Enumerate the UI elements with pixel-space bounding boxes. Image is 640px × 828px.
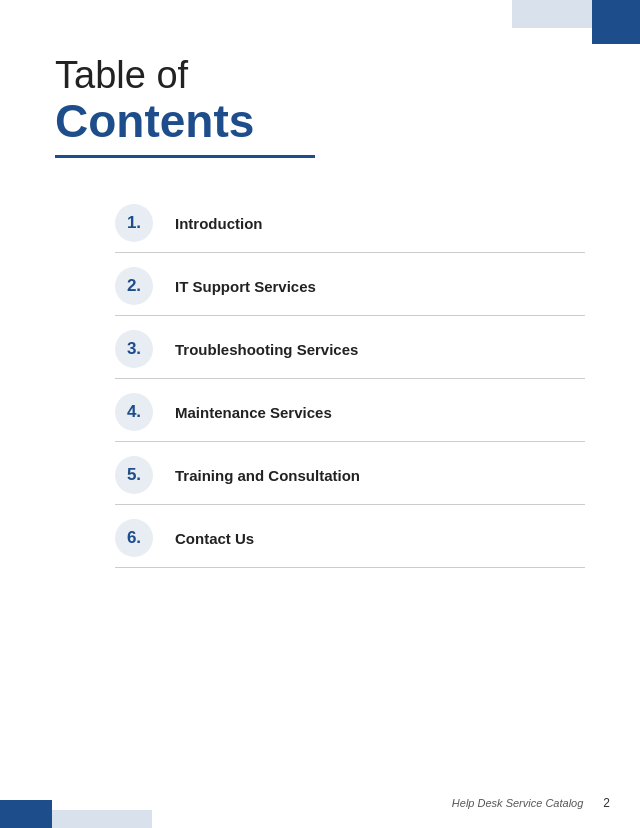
toc-number-circle-3: 3. [115,330,153,368]
toc-item-5: 5. Training and Consultation [115,442,585,505]
toc-list: 1. Introduction 2. IT Support Services 3… [55,190,585,568]
bottom-decoration [0,800,152,828]
top-decoration [512,0,640,44]
toc-number-circle-4: 4. [115,393,153,431]
title-section: Table of Contents [55,55,585,145]
toc-label-3: Troubleshooting Services [175,341,585,358]
toc-item-2: 2. IT Support Services [115,253,585,316]
bottom-block-light [52,810,152,828]
toc-number-3: 3. [127,339,141,359]
toc-number-circle-5: 5. [115,456,153,494]
toc-number-4: 4. [127,402,141,422]
toc-label-5: Training and Consultation [175,467,585,484]
title-divider [55,155,315,158]
toc-item-3: 3. Troubleshooting Services [115,316,585,379]
toc-number-circle-2: 2. [115,267,153,305]
toc-label-6: Contact Us [175,530,585,547]
footer: Help Desk Service Catalog 2 [452,796,610,810]
toc-label-2: IT Support Services [175,278,585,295]
footer-page-number: 2 [603,796,610,810]
toc-number-1: 1. [127,213,141,233]
toc-number-circle-6: 6. [115,519,153,557]
toc-label-1: Introduction [175,215,585,232]
toc-item-1: 1. Introduction [115,190,585,253]
title-line2: Contents [55,97,585,145]
toc-number-2: 2. [127,276,141,296]
toc-item-4: 4. Maintenance Services [115,379,585,442]
toc-number-5: 5. [127,465,141,485]
toc-label-4: Maintenance Services [175,404,585,421]
main-content: Table of Contents 1. Introduction 2. IT … [0,0,640,608]
title-line1: Table of [55,55,585,97]
top-block-light [512,0,592,28]
footer-catalog-name: Help Desk Service Catalog [452,797,583,809]
toc-item-6: 6. Contact Us [115,505,585,568]
bottom-block-dark [0,800,52,828]
top-block-dark [592,0,640,44]
toc-number-circle-1: 1. [115,204,153,242]
toc-number-6: 6. [127,528,141,548]
